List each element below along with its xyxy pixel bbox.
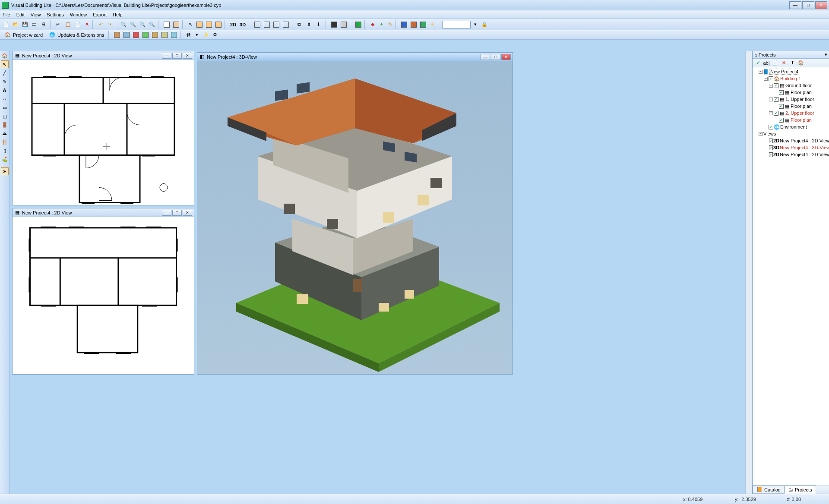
window-layout1-icon[interactable] <box>253 20 262 29</box>
checkbox[interactable]: ✔ <box>769 152 773 157</box>
child-maximize-button[interactable]: □ <box>172 210 182 216</box>
projects-panel-header[interactable]: ⌂ Projects ▾ <box>753 51 829 59</box>
project-wizard-button[interactable]: 🏠 Project wizard <box>2 31 45 39</box>
tree-view-1[interactable]: ✔ 2D New Project4 : 2D View <box>753 137 828 144</box>
snap1-icon[interactable] <box>195 20 204 29</box>
mode-3d-button[interactable]: 3D <box>238 20 247 29</box>
render2-icon[interactable]: ✦ <box>377 20 385 29</box>
snap2-icon[interactable] <box>205 20 213 29</box>
layer-up-icon[interactable]: ⬆ <box>306 20 314 29</box>
sun-icon[interactable]: ☀ <box>428 20 436 29</box>
vtool-stairs-icon[interactable]: 🪜 <box>1 138 9 146</box>
tree-building[interactable]: − ✔ 🏠 Building 1 <box>753 75 828 82</box>
panel-check-icon[interactable]: ✔ <box>754 60 761 66</box>
extra1-icon[interactable] <box>400 20 408 29</box>
tb2-wand-icon[interactable]: ✨ <box>202 31 210 39</box>
zoom-window-icon[interactable]: 🔍 <box>138 20 147 29</box>
expander-icon[interactable]: − <box>769 84 773 88</box>
menu-settings[interactable]: Settings <box>47 12 64 17</box>
menu-help[interactable]: Help <box>113 12 123 17</box>
toolbar-input[interactable] <box>442 21 471 28</box>
tree-upper1[interactable]: − ✔ ▤ 1. Upper floor <box>753 96 828 103</box>
checkbox[interactable]: ✔ <box>779 118 784 123</box>
updates-button[interactable]: 🌐 Updates & Extensions <box>46 31 107 39</box>
checkbox[interactable]: ✔ <box>769 125 773 129</box>
tb2-drop-icon[interactable]: ▾ <box>193 31 201 39</box>
tb2-gear-icon[interactable]: ⚙ <box>211 31 219 39</box>
child-maximize-button[interactable]: □ <box>491 54 500 60</box>
panel-home-icon[interactable]: 🏠 <box>797 60 804 66</box>
vtool-door-icon[interactable]: 🚪 <box>1 121 9 129</box>
child-minimize-button[interactable]: — <box>162 53 171 59</box>
vtool-wall-icon[interactable]: ▭ <box>1 104 9 111</box>
vtool-pencil-icon[interactable]: ✎ <box>1 78 9 85</box>
minimize-button[interactable]: — <box>789 1 801 9</box>
tree-floorplan-1[interactable]: ✔ ▦ Floor plan <box>753 89 828 96</box>
panel-rename-icon[interactable]: ab| <box>763 60 770 66</box>
tree-floorplan-3[interactable]: ✔ ▦ Floor plan <box>753 117 828 123</box>
child-minimize-button[interactable]: — <box>162 210 171 216</box>
menu-view[interactable]: View <box>31 12 41 17</box>
open-file-icon[interactable]: 📂 <box>11 20 20 29</box>
snap3-icon[interactable] <box>214 20 223 29</box>
tb2-icon-5[interactable] <box>151 31 159 39</box>
tab-projects[interactable]: 🗂 Projects <box>785 485 816 494</box>
color-fill-icon[interactable] <box>354 20 363 29</box>
tree-environment[interactable]: ✔ 🌐 Environment <box>753 123 828 130</box>
checkbox[interactable]: ✔ <box>769 139 773 143</box>
tb2-icon-2[interactable] <box>122 31 131 39</box>
tree-view-3[interactable]: ✔ 2D New Project4 : 2D View <box>753 151 828 158</box>
ruler-icon[interactable] <box>172 20 180 29</box>
window-layout2-icon[interactable] <box>263 20 271 29</box>
tree-root[interactable]: − 📘 New Project4 <box>753 68 828 75</box>
dropdown-arrow-icon[interactable]: ▾ <box>471 20 479 29</box>
zoom-in-icon[interactable]: 🔍 <box>119 20 128 29</box>
visibility2-icon[interactable] <box>339 20 348 29</box>
copy-icon[interactable]: 📋 <box>64 20 73 29</box>
view-2d-top-canvas[interactable] <box>13 60 194 205</box>
vtool-dimension-icon[interactable]: ↔ <box>1 95 9 103</box>
menu-file[interactable]: File <box>3 12 10 17</box>
mode-2d-button[interactable]: 2D <box>229 20 237 29</box>
zoom-out-icon[interactable]: 🔍 <box>129 20 137 29</box>
checkbox[interactable]: ✔ <box>769 76 773 81</box>
panel-up-icon[interactable]: ⬆ <box>789 60 796 66</box>
vtool-text-icon[interactable]: A <box>1 86 9 94</box>
panel-delete-icon[interactable]: ✕ <box>780 60 787 66</box>
layer-down-icon[interactable]: ⬇ <box>315 20 324 29</box>
vtool-building-icon[interactable]: 🏠 <box>1 52 9 60</box>
menu-export[interactable]: Export <box>93 12 107 17</box>
panel-new-icon[interactable]: 📄 <box>772 60 778 66</box>
vtool-window-icon[interactable]: ◫ <box>1 112 9 120</box>
lock-icon[interactable]: 🔒 <box>480 20 489 29</box>
delete-icon[interactable]: ✕ <box>83 20 91 29</box>
window-layout3-icon[interactable] <box>272 20 281 29</box>
window-layout4-icon[interactable] <box>282 20 290 29</box>
child-maximize-button[interactable]: □ <box>172 53 182 59</box>
maximize-button[interactable]: □ <box>802 1 814 9</box>
view-2d-top-titlebar[interactable]: ▦ New Project4 : 2D View — □ ✕ <box>13 51 194 60</box>
tb2-icon-7[interactable] <box>170 31 178 39</box>
tree-views[interactable]: − Views <box>753 130 828 137</box>
save-all-icon[interactable]: 🗃 <box>30 20 39 29</box>
layer-add-icon[interactable]: ⧉ <box>296 20 305 29</box>
vtool-pointer-icon[interactable]: ➤ <box>1 167 9 175</box>
checkbox[interactable]: ✔ <box>774 111 778 116</box>
checkbox[interactable]: ✔ <box>774 97 778 102</box>
redo-icon[interactable]: ↷ <box>105 20 113 29</box>
undo-icon[interactable]: ↶ <box>97 20 104 29</box>
visibility1-icon[interactable] <box>330 20 339 29</box>
expander-icon[interactable]: − <box>759 70 763 74</box>
panel-menu-icon[interactable]: ▾ <box>825 52 827 57</box>
expander-icon[interactable]: − <box>759 132 763 136</box>
print-icon[interactable]: 🖨 <box>40 20 48 29</box>
tb2-tools-icon[interactable]: 🛠 <box>184 31 192 39</box>
view-2d-bottom-canvas[interactable] <box>13 217 194 374</box>
render1-icon[interactable]: ◆ <box>369 20 377 29</box>
doc-scrollbar[interactable] <box>745 51 752 494</box>
view-3d-titlebar[interactable]: ◧ New Project4 : 3D-View — □ ✕ <box>197 53 513 61</box>
new-file-icon[interactable]: 📄 <box>2 20 10 29</box>
checkbox[interactable]: ✔ <box>779 104 784 109</box>
view-3d-canvas[interactable] <box>197 61 513 374</box>
save-icon[interactable]: 💾 <box>21 20 29 29</box>
